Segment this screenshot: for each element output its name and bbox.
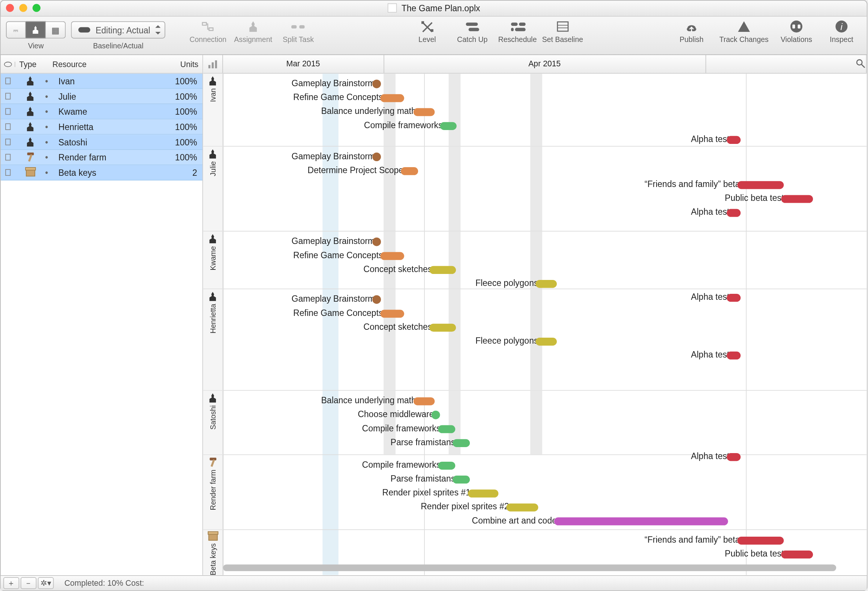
- resource-row[interactable]: •Satoshi100%: [1, 135, 202, 150]
- task-bar[interactable]: [438, 425, 455, 433]
- task-row: Balance underlying math: [223, 394, 867, 408]
- task-bar[interactable]: [372, 153, 381, 161]
- task-bar[interactable]: [372, 238, 381, 246]
- resource-row[interactable]: •Beta keys2: [1, 165, 202, 181]
- task-bar[interactable]: [380, 94, 404, 102]
- task-bar[interactable]: [453, 475, 470, 483]
- person-icon: [25, 76, 35, 86]
- assignment-button[interactable]: Assignment: [233, 19, 273, 51]
- task-bar[interactable]: [535, 280, 557, 287]
- task-bar[interactable]: [727, 136, 741, 144]
- task-label: Fleece polygons: [475, 278, 538, 288]
- task-row: Gameplay Brainstorm: [223, 150, 867, 164]
- search-icon[interactable]: [856, 59, 865, 70]
- resource-row[interactable]: •Ivan100%: [1, 73, 202, 89]
- view-mode-calendar-button[interactable]: ▦: [46, 21, 66, 39]
- violations-icon: [789, 19, 804, 34]
- resource-name: Beta keys: [58, 168, 169, 178]
- task-bar[interactable]: [737, 536, 784, 544]
- task-bar[interactable]: [380, 252, 404, 260]
- task-bar[interactable]: [372, 79, 381, 88]
- view-mode-resource-button[interactable]: [26, 21, 46, 39]
- resource-row[interactable]: •Kwame100%: [1, 104, 202, 120]
- catch-up-button[interactable]: Catch Up: [453, 19, 492, 51]
- task-row: Refine Game Concepts: [223, 307, 867, 320]
- task-bar[interactable]: [372, 295, 381, 304]
- task-bar[interactable]: [727, 351, 741, 359]
- horizontal-scrollbar[interactable]: [223, 563, 862, 573]
- col-resource[interactable]: Resource: [48, 59, 165, 69]
- task-bar[interactable]: [438, 461, 455, 469]
- task-label: Public beta test: [725, 193, 784, 203]
- task-bar[interactable]: [727, 209, 741, 217]
- task-bar[interactable]: [507, 503, 538, 511]
- close-window-button[interactable]: [6, 4, 14, 12]
- chart-icon[interactable]: [203, 55, 223, 73]
- remove-button[interactable]: －: [21, 577, 36, 589]
- minimize-window-button[interactable]: [19, 4, 27, 12]
- svg-point-21: [857, 60, 862, 65]
- resource-units: 2: [169, 168, 202, 178]
- task-bar[interactable]: [429, 323, 456, 331]
- publish-button[interactable]: Publish: [672, 19, 711, 51]
- assignment-icon: [245, 19, 261, 34]
- person-icon: [25, 122, 35, 132]
- task-row: Alpha test: [223, 133, 867, 147]
- task-bar[interactable]: [781, 550, 813, 558]
- track-changes-button[interactable]: Track Changes: [717, 19, 771, 51]
- col-units[interactable]: Units: [165, 59, 202, 69]
- baseline-actual-dropdown[interactable]: Editing: Actual: [71, 21, 165, 39]
- task-bar[interactable]: [781, 195, 813, 202]
- window-title: The Game Plan.oplx: [402, 3, 480, 13]
- task-bar[interactable]: [414, 108, 435, 116]
- add-button[interactable]: ＋: [3, 577, 19, 589]
- action-menu-button[interactable]: ✲▾: [38, 577, 54, 589]
- task-bar[interactable]: [401, 167, 418, 175]
- task-row: Parse framistans: [223, 436, 867, 450]
- task-label: Balance underlying math: [321, 106, 416, 116]
- task-bar[interactable]: [535, 337, 557, 345]
- window-titlebar: The Game Plan.oplx: [1, 1, 867, 16]
- reschedule-button[interactable]: Reschedule: [498, 19, 537, 51]
- task-label: Determine Project Scope: [307, 165, 403, 175]
- col-type[interactable]: Type: [15, 59, 48, 69]
- task-bar[interactable]: [554, 517, 728, 525]
- task-bar[interactable]: [432, 411, 440, 419]
- task-bar[interactable]: [429, 266, 456, 274]
- resource-row[interactable]: •Julie100%: [1, 89, 202, 104]
- lane-name: Julie: [209, 161, 217, 176]
- person-icon: [208, 149, 217, 159]
- lane-name: Kwame: [209, 246, 217, 271]
- task-bar[interactable]: [453, 439, 470, 447]
- split-task-button[interactable]: Split Task: [278, 19, 318, 51]
- inspect-button[interactable]: i Inspect: [822, 19, 861, 51]
- svg-point-13: [790, 21, 802, 33]
- note-icon: [5, 139, 10, 145]
- violations-button[interactable]: Violations: [777, 19, 816, 51]
- resource-row[interactable]: •Render farm100%: [1, 150, 202, 165]
- task-label: Refine Game Concepts: [293, 308, 383, 318]
- zoom-window-button[interactable]: [33, 4, 40, 12]
- svg-rect-4: [466, 22, 478, 26]
- task-label: Alpha test: [691, 350, 729, 360]
- task-bar[interactable]: [440, 122, 457, 130]
- baseline-dropdown-value: Editing: Actual: [96, 25, 150, 35]
- eye-icon[interactable]: [4, 61, 12, 67]
- svg-rect-0: [292, 25, 297, 28]
- gantt-view[interactable]: Mar 2015 Apr 2015 IvanGameplay Brainstor…: [203, 55, 867, 575]
- connection-button[interactable]: Connection: [188, 19, 228, 51]
- task-label: Gameplay Brainstorm: [292, 151, 375, 162]
- task-bar[interactable]: [468, 489, 498, 497]
- set-baseline-button[interactable]: Set Baseline: [543, 19, 582, 51]
- task-bar[interactable]: [414, 397, 435, 405]
- task-row: “Friends and family” beta: [223, 178, 867, 192]
- task-bar[interactable]: [380, 310, 404, 317]
- resource-row[interactable]: •Henrietta100%: [1, 120, 202, 135]
- view-mode-link-button[interactable]: ⎓: [6, 21, 26, 39]
- level-button[interactable]: Level: [407, 19, 447, 51]
- task-row: Public beta test: [223, 547, 867, 561]
- task-row: Gameplay Brainstorm: [223, 235, 867, 249]
- swimlane: KwameGameplay BrainstormRefine Game Conc…: [203, 232, 867, 289]
- task-bar[interactable]: [737, 181, 784, 189]
- resource-name: Render farm: [58, 152, 169, 162]
